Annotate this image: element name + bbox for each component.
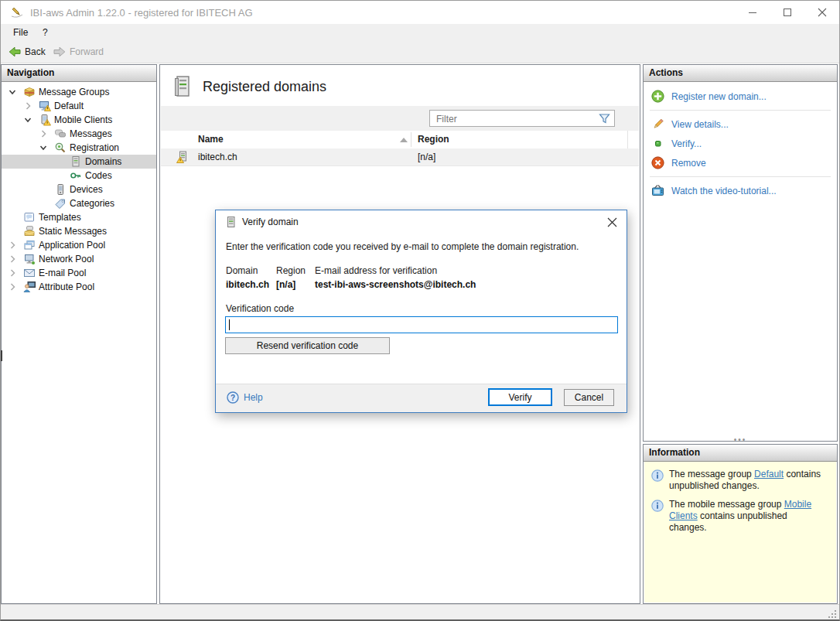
chevron-down-icon[interactable] <box>8 87 17 97</box>
registered-domains-icon <box>173 75 193 98</box>
tree-item-network-pool[interactable]: Network Pool <box>2 252 156 266</box>
svg-text:?: ? <box>230 394 235 402</box>
tree-item-mobile-clients[interactable]: Mobile Clients <box>2 113 156 127</box>
tree-item-message-groups[interactable]: Message Groups <box>2 85 156 99</box>
cancel-button[interactable]: Cancel <box>564 389 614 406</box>
panel-splitter[interactable]: ••• <box>643 437 838 443</box>
chevron-right-icon[interactable] <box>23 101 32 111</box>
title-bar: IBI-aws Admin 1.22.0 - registered for IB… <box>1 1 839 24</box>
chevron-down-icon[interactable] <box>39 143 48 152</box>
action-view-details[interactable]: View details... <box>644 114 837 134</box>
resend-verification-code-button[interactable]: Resend verification code <box>225 337 390 354</box>
app-window: IBI-aws Admin 1.22.0 - registered for IB… <box>0 0 840 621</box>
tree-item-label: E-mail Pool <box>39 266 86 280</box>
chevron-right-icon[interactable] <box>8 254 17 264</box>
minimize-icon <box>748 8 757 17</box>
chevron-right-icon[interactable] <box>8 268 17 278</box>
tree-item-templates[interactable]: Templates <box>2 210 156 224</box>
tree-item-registration[interactable]: Registration <box>2 141 156 155</box>
page-title: Registered domains <box>203 79 326 95</box>
verification-code-input[interactable] <box>225 316 618 333</box>
dialog-title: Verify domain <box>242 217 299 227</box>
back-button[interactable]: Back <box>4 41 50 63</box>
tree-item-label: Domains <box>85 155 121 169</box>
dialog-footer: ? Help Verify Cancel <box>216 384 627 412</box>
forward-button[interactable]: Forward <box>49 41 108 63</box>
message-groups-icon <box>23 86 36 98</box>
pencil-icon <box>651 118 664 131</box>
action-label: View details... <box>671 119 729 130</box>
email-label: E-mail address for verification <box>315 265 437 276</box>
domain-value: ibitech.ch <box>226 279 269 290</box>
registration-icon <box>54 142 67 154</box>
filter-funnel-icon[interactable] <box>599 113 610 125</box>
tree-item-application-pool[interactable]: Application Pool <box>2 238 156 252</box>
table-row-ibitech-ch[interactable]: ibitech.ch[n/a] <box>161 148 639 166</box>
verification-code-label: Verification code <box>226 303 294 314</box>
column-header-name[interactable]: Name <box>198 131 224 148</box>
tree-item-label: Devices <box>70 183 103 196</box>
tree-item-domains[interactable]: Domains <box>2 155 156 169</box>
tree-item-e-mail-pool[interactable]: E-mail Pool <box>2 266 156 280</box>
menu-help[interactable]: ? <box>38 24 53 41</box>
messages-icon <box>54 128 67 140</box>
status-bar <box>1 604 839 621</box>
tree-item-label: Registration <box>70 141 119 155</box>
information-panel: Information The message group Default co… <box>643 444 838 604</box>
tree-item-label: Application Pool <box>39 238 105 252</box>
filter-box <box>429 110 615 127</box>
tree-item-static-messages[interactable]: Static Messages <box>2 224 156 238</box>
app-logo-icon <box>10 5 24 19</box>
tree-item-label: Mobile Clients <box>54 113 112 127</box>
action-verify[interactable]: Verify... <box>644 134 837 153</box>
info-link-mobile-clients[interactable]: Mobile Clients <box>669 499 811 521</box>
column-divider <box>411 132 411 147</box>
action-watch-the-video-tutorial[interactable]: Watch the video-tutorial... <box>644 181 837 200</box>
tree-item-attribute-pool[interactable]: Attribute Pool <box>2 280 156 294</box>
action-register-new-domain[interactable]: Register new domain... <box>644 87 837 106</box>
resize-grip[interactable] <box>828 610 837 619</box>
info-text: The mobile message group Mobile Clients … <box>669 499 825 534</box>
tree-item-label: Messages <box>70 127 112 141</box>
help-link[interactable]: ? Help <box>227 391 263 404</box>
actions-panel: Actions Register new domain...View detai… <box>643 64 838 442</box>
region-value: [n/a] <box>276 279 295 290</box>
menu-file[interactable]: File <box>9 24 32 41</box>
information-list: The message group Default contains unpub… <box>644 462 836 602</box>
maximize-icon <box>783 8 792 17</box>
action-label: Remove <box>671 158 706 169</box>
dialog-instruction: Enter the verification code you received… <box>226 241 579 252</box>
info-icon <box>651 469 664 482</box>
chevron-down-icon[interactable] <box>23 115 32 125</box>
minimize-button[interactable] <box>735 1 770 24</box>
info-link-default[interactable]: Default <box>754 469 784 479</box>
chevron-right-icon[interactable] <box>8 241 17 250</box>
action-label: Watch the video-tutorial... <box>671 186 777 196</box>
close-button[interactable] <box>804 1 839 24</box>
action-remove[interactable]: Remove <box>644 153 837 172</box>
tree-item-default[interactable]: Default <box>2 99 156 113</box>
tree-item-label: Codes <box>85 169 112 183</box>
text-caret <box>229 319 230 330</box>
table-header: Name Region <box>161 131 639 149</box>
tree-item-messages[interactable]: Messages <box>2 127 156 141</box>
window-controls <box>735 1 839 24</box>
verify-button[interactable]: Verify <box>488 388 552 406</box>
maximize-button[interactable] <box>770 1 804 24</box>
dialog-server-icon <box>225 216 237 228</box>
tree-item-devices[interactable]: Devices <box>2 183 156 196</box>
filter-input[interactable] <box>435 111 592 127</box>
verify-domain-dialog: Verify domain Enter the verification cod… <box>215 210 627 413</box>
chevron-right-icon[interactable] <box>8 282 17 292</box>
tree-item-label: Default <box>54 99 84 113</box>
actions-separator <box>650 176 831 177</box>
dialog-close-icon <box>607 217 617 227</box>
dialog-close-button[interactable] <box>603 214 620 230</box>
back-label: Back <box>25 46 46 57</box>
chevron-right-icon[interactable] <box>39 129 48 138</box>
tree-item-label: Categories <box>70 196 114 210</box>
tree-item-categories[interactable]: Categories <box>2 196 156 210</box>
tree-item-codes[interactable]: Codes <box>2 169 156 183</box>
column-header-region[interactable]: Region <box>418 131 449 148</box>
server-warn-icon <box>176 151 188 163</box>
